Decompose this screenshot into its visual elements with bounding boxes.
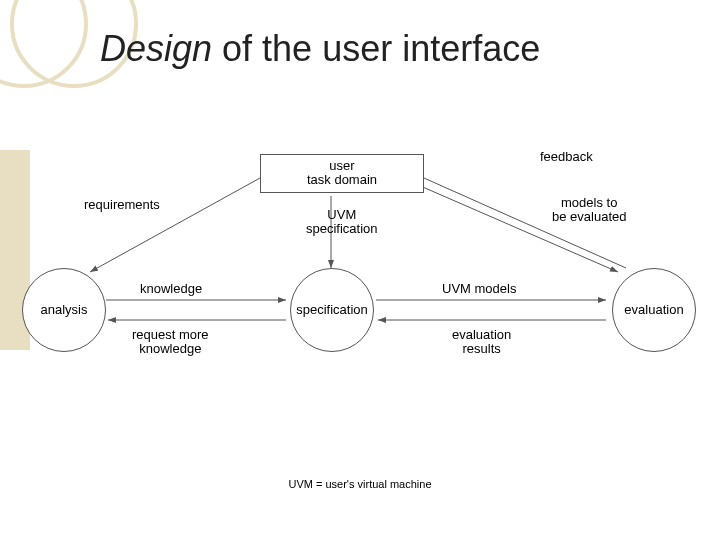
node-analysis: analysis bbox=[22, 268, 106, 352]
node-label: specification bbox=[296, 303, 368, 317]
svg-line-2 bbox=[402, 178, 618, 272]
edge-uvm-specification: UVMspecification bbox=[306, 208, 378, 237]
edge-feedback: feedback bbox=[540, 150, 593, 164]
svg-line-0 bbox=[90, 178, 260, 272]
node-evaluation: evaluation bbox=[612, 268, 696, 352]
node-user-task-domain: usertask domain bbox=[260, 154, 424, 193]
node-label: evaluation bbox=[624, 303, 683, 317]
node-specification: specification bbox=[290, 268, 374, 352]
node-label: usertask domain bbox=[307, 159, 377, 188]
decorative-rings bbox=[0, 0, 140, 140]
footnote: UVM = user's virtual machine bbox=[0, 478, 720, 490]
title-italic-word: Design bbox=[100, 28, 212, 69]
node-label: analysis bbox=[41, 303, 88, 317]
edge-models-to-evaluate: models tobe evaluated bbox=[552, 196, 626, 225]
title-rest: of the user interface bbox=[212, 28, 540, 69]
edge-uvm-models: UVM models bbox=[442, 282, 516, 296]
diagram: usertask domain analysis specification e… bbox=[0, 150, 720, 460]
edge-requirements: requirements bbox=[84, 198, 160, 212]
edge-request-more-knowledge: request moreknowledge bbox=[132, 328, 209, 357]
page-title: Design of the user interface bbox=[100, 28, 540, 70]
edge-evaluation-results: evaluationresults bbox=[452, 328, 511, 357]
edge-knowledge: knowledge bbox=[140, 282, 202, 296]
